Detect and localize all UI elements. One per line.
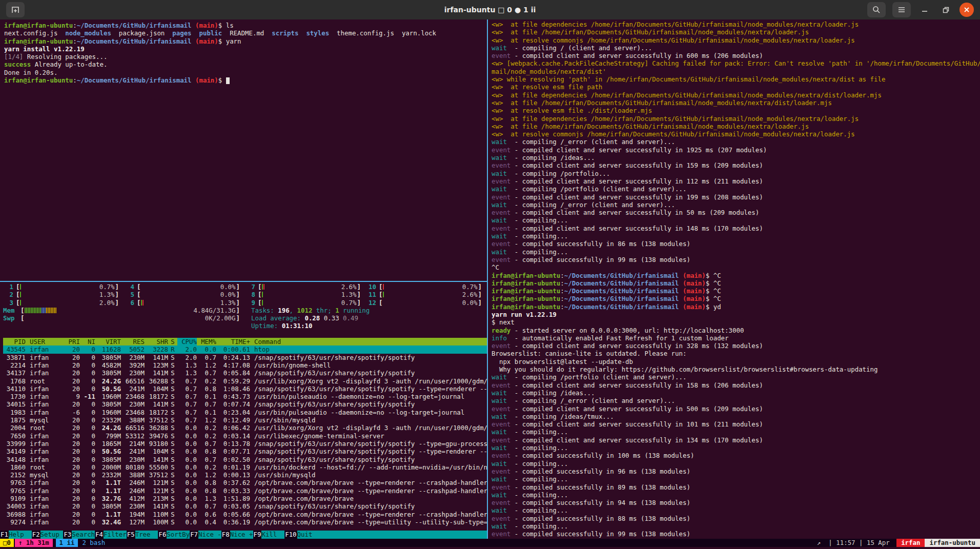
htop-process-row[interactable]: 34003irfan2003805M230M141MS0.00.70:03.05… [3, 502, 487, 510]
terminal-line: ready - started server on 0.0.0.0:3000, … [492, 327, 980, 334]
htop-column-shr[interactable]: SHR [145, 338, 168, 345]
pane-shell[interactable]: irfan@irfan-ubuntu:~/Documents/GitHub/ir… [0, 19, 487, 281]
terminal-line: wait - compiling... [492, 248, 980, 256]
htop-column-s[interactable]: S [168, 338, 177, 345]
htop-column-res[interactable]: RES [121, 338, 145, 345]
pane-htop[interactable]: 1[0.7%]2[1.3%]3[2.0%]4[0.0%]5[0.0%]6[1.3… [0, 282, 487, 539]
fkey-label-help[interactable]: Help [9, 531, 32, 539]
fkey-f5[interactable]: F5 [127, 531, 135, 539]
htop-process-row[interactable]: 34015irfan2003805M230M141MS0.70.70:07.74… [3, 400, 487, 408]
htop-process-row[interactable]: 1730irfan9-111960M2346818172S0.70.10:43.… [3, 393, 487, 400]
terminal-line: event - compiled client and server succe… [492, 225, 980, 232]
htop-column-cpu[interactable]: CPU% [177, 338, 197, 345]
maximize-button[interactable] [938, 3, 953, 17]
search-button[interactable] [867, 2, 886, 17]
tmux-status-bar: □0↑ 1h 31m1 ii2 bash ↗ | 11:57 | 15 Apr … [0, 539, 980, 547]
fkey-label-quit[interactable]: Quit [297, 531, 320, 539]
fkey-label-search[interactable]: Search [72, 531, 95, 539]
fkey-label-sortby[interactable]: SortBy [167, 531, 190, 539]
terminal-line: wait - compiling... [492, 491, 980, 499]
minimize-button[interactable] [917, 3, 932, 17]
htop-column-pid[interactable]: PID [3, 338, 26, 345]
htop-process-row[interactable]: 9763irfan2001.1T246M121MS0.00.80:37.62/o… [3, 479, 487, 486]
terminal-line: wait - compiling... [492, 506, 980, 514]
htop-process-row[interactable]: 34148irfan2003805M230M141MS0.00.70:02.50… [3, 456, 487, 463]
htop-process-row[interactable]: 33871irfan2003805M230M141MS2.00.70:24.13… [3, 354, 487, 361]
terminal-line: success Already up-to-date. [4, 60, 487, 68]
htop-column-user[interactable]: USER [26, 338, 63, 345]
fkey-f1[interactable]: F1 [0, 531, 9, 539]
terminal-line: wait - compiling /portfolio... [492, 170, 980, 177]
htop-process-row[interactable]: 1768root20024.2G6651636288S0.70.20:59.29… [3, 377, 487, 385]
htop-process-row[interactable]: 2004root20024.2G6651636288S0.00.20:06.42… [3, 424, 487, 432]
htop-process-row[interactable]: 36988irfan2001.1T194M110MS0.00.60:05.66/… [3, 511, 487, 518]
fkey-label-filter[interactable]: Filter [104, 531, 127, 539]
terminal-line: <w> at resolve esm file path [492, 83, 980, 91]
htop-process-row[interactable]: 1983irfan-601960M2346818172S0.70.10:23.0… [3, 409, 487, 416]
terminal-line: event - compiled client and server succe… [492, 193, 980, 201]
fkey-label-kill[interactable]: Kill [261, 531, 284, 539]
tmux-window-active[interactable]: 1 ii [56, 539, 78, 547]
fkey-label-setup[interactable]: Setup [40, 531, 64, 539]
terminal-line: npx browserslist@latest --update-db [492, 358, 980, 365]
htop-process-row[interactable]: 2152mysql2002332M388M37512S0.01.20:00.13… [3, 471, 487, 479]
fkey-label-tree[interactable]: Tree [135, 531, 158, 539]
htop-process-row[interactable]: 1875mysql2002332M388M37512S0.71.20:12.49… [3, 416, 487, 424]
terminal-line: <w> at file /home/irfan/Documents/GitHub… [492, 123, 980, 130]
htop-function-bar: F1Help F2Setup F3SearchF4FilterF5Tree F6… [0, 531, 487, 539]
terminal-line: event - compiled client and server succe… [492, 161, 980, 169]
cpu-meter-6: 6[1.3%] [124, 299, 245, 307]
new-tab-button[interactable] [6, 2, 25, 17]
cpu-meter-4: 4[0.0%] [124, 283, 245, 291]
htop-column-ni[interactable]: NI [80, 338, 95, 345]
fkey-f7[interactable]: F7 [190, 531, 198, 539]
cpu-meter-7: 7[2.6%] [245, 283, 366, 291]
new-tab-icon [11, 6, 20, 14]
htop-column-mem[interactable]: MEM% [197, 338, 216, 345]
htop-process-row[interactable]: 34110irfan20050.5G241M104MS0.70.81:08.46… [3, 385, 487, 393]
cpu-meter-11: 11[2.6%] [366, 291, 487, 298]
menu-button[interactable] [892, 2, 911, 17]
window-title: irfan-ubuntu □ 0 ● 1 ii [0, 6, 980, 14]
htop-column-virt[interactable]: VIRT [95, 338, 121, 345]
terminal-line: <w> at file /home/irfan/Documents/GitHub… [492, 28, 980, 36]
fkey-f10[interactable]: F10 [284, 531, 297, 539]
terminal-line: wait - compiling... [492, 460, 980, 467]
htop-process-row[interactable]: 34137irfan2003805M230M141MS1.30.70:05.84… [3, 369, 487, 377]
terminal-line: Browserslist: caniuse-lite is outdated. … [492, 350, 980, 357]
fkey-f8[interactable]: F8 [221, 531, 230, 539]
fkey-f6[interactable]: F6 [158, 531, 167, 539]
fkey-label-nice[interactable]: Nice - [198, 531, 221, 539]
pane-dev-server[interactable]: <w> at file dependencies /home/irfan/Doc… [488, 19, 980, 539]
terminal-line: irfan@irfan-ubuntu:~/Documents/GitHub/ir… [492, 279, 980, 287]
htop-process-row[interactable]: 1860root2002000M8018055500S0.00.20:01.19… [3, 463, 487, 471]
htop-process-row[interactable]: 34149irfan20050.5G241M104MS0.00.80:07.71… [3, 448, 487, 455]
fkey-f4[interactable]: F4 [95, 531, 104, 539]
fkey-f3[interactable]: F3 [63, 531, 72, 539]
htop-column-time[interactable]: TIME+ [216, 338, 250, 345]
htop-column-command[interactable]: Command [250, 338, 487, 345]
htop-process-row[interactable]: 33999irfan2001865M214M93180S0.00.70:13.7… [3, 440, 487, 448]
tmux-window-inactive[interactable]: 2 bash [78, 539, 109, 547]
htop-process-row[interactable]: 9274irfan20032.4G127M100MS0.00.40:36.19/… [3, 518, 487, 526]
cpu-meter-5: 5[0.0%] [124, 291, 245, 298]
htop-process-row[interactable]: 43545irfan2001162850523228R2.00.00:00.61… [3, 345, 487, 353]
minimize-icon [922, 7, 928, 13]
fkey-label-nice[interactable]: Nice + [230, 531, 253, 539]
terminal-line: irfan@irfan-ubuntu:~/Documents/GitHub/ir… [492, 272, 980, 279]
htop-column-pri[interactable]: PRI [63, 338, 80, 345]
hamburger-menu-icon [897, 6, 906, 13]
fkey-f2[interactable]: F2 [32, 531, 40, 539]
fkey-f9[interactable]: F9 [253, 531, 262, 539]
htop-process-row[interactable]: 2214irfan2004582M392M123MS1.31.24:17.08/… [3, 361, 487, 369]
htop-process-row[interactable]: 7650irfan200799M5331239476S0.00.20:03.14… [3, 432, 487, 440]
htop-process-row[interactable]: 9109irfan20032.7G412M213MS0.01.31:51.89/… [3, 495, 487, 502]
terminal-line: [1/4] Resolving packages... [4, 53, 487, 60]
cpu-meter-1: 1[0.7%] [3, 283, 124, 291]
search-icon [872, 6, 881, 14]
close-button[interactable] [959, 3, 974, 17]
htop-process-row[interactable]: 9765irfan2001.1T246M121MS0.00.80:03.33/o… [3, 487, 487, 495]
htop-table-header[interactable]: PIDUSERPRINIVIRTRESSHRSCPU%MEM%TIME+Comm… [3, 338, 487, 345]
terminal-line: wait - compiling /ideas/tmux... [492, 413, 980, 420]
terminal-line: <w> [webpack.cache.PackFileCacheStrategy… [492, 59, 980, 67]
